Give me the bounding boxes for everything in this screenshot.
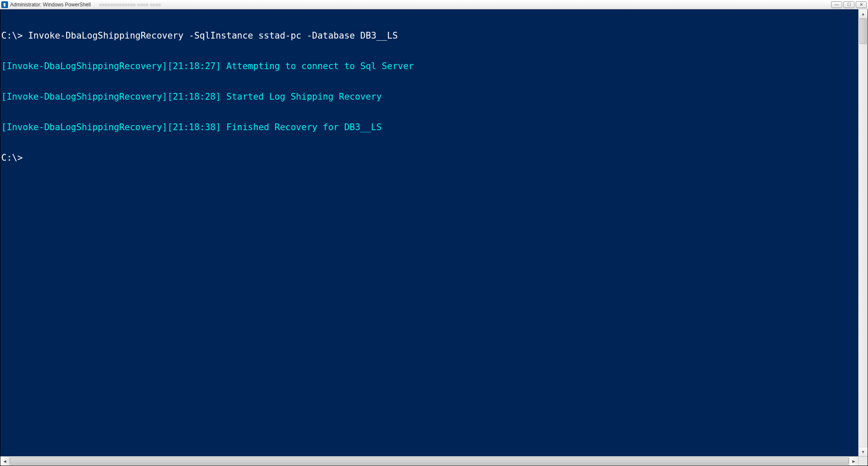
console-output-line: [Invoke-DbaLogShippingRecovery][21:18:38… (1, 122, 857, 132)
close-button[interactable]: ✕ (856, 1, 867, 8)
console-prompt: C:\> (1, 153, 857, 163)
maximize-button[interactable]: ☐ (843, 1, 854, 8)
console-command: Invoke-DbaLogShippingRecovery -SqlInstan… (28, 31, 398, 41)
console-prompt: C:\> (1, 31, 28, 41)
horizontal-scroll-track[interactable] (10, 457, 849, 466)
vertical-scroll-thumb[interactable] (860, 19, 867, 44)
scroll-corner (858, 457, 868, 466)
scroll-down-icon[interactable]: ▼ (859, 447, 868, 456)
scroll-up-icon[interactable]: ▲ (859, 9, 868, 19)
horizontal-scrollbar[interactable]: ◀ ▶ (0, 456, 868, 466)
minimize-button[interactable]: — (831, 1, 842, 8)
console-output-line: [Invoke-DbaLogShippingRecovery][21:18:27… (1, 61, 857, 71)
window-titlebar: ▮ Administrator: Windows PowerShell ■■■■… (0, 0, 868, 9)
console-area[interactable]: C:\> Invoke-DbaLogShippingRecovery -SqlI… (0, 9, 858, 456)
window-title: Administrator: Windows PowerShell (10, 2, 91, 8)
vertical-scroll-track[interactable] (859, 19, 868, 447)
scroll-left-icon[interactable]: ◀ (0, 457, 10, 466)
powershell-icon: ▮ (1, 1, 8, 8)
horizontal-scroll-thumb[interactable] (10, 458, 849, 465)
terminal-body: C:\> Invoke-DbaLogShippingRecovery -SqlI… (0, 9, 868, 456)
vertical-scrollbar[interactable]: ▲ ▼ (858, 9, 868, 456)
window-subtitle-blurred: ■■■■■■■■■■■■■ ■■■■ ■■■■ (99, 2, 161, 7)
console-output-line: [Invoke-DbaLogShippingRecovery][21:18:28… (1, 92, 857, 102)
terminal-frame: C:\> Invoke-DbaLogShippingRecovery -SqlI… (0, 9, 868, 466)
scroll-right-icon[interactable]: ▶ (849, 457, 858, 466)
